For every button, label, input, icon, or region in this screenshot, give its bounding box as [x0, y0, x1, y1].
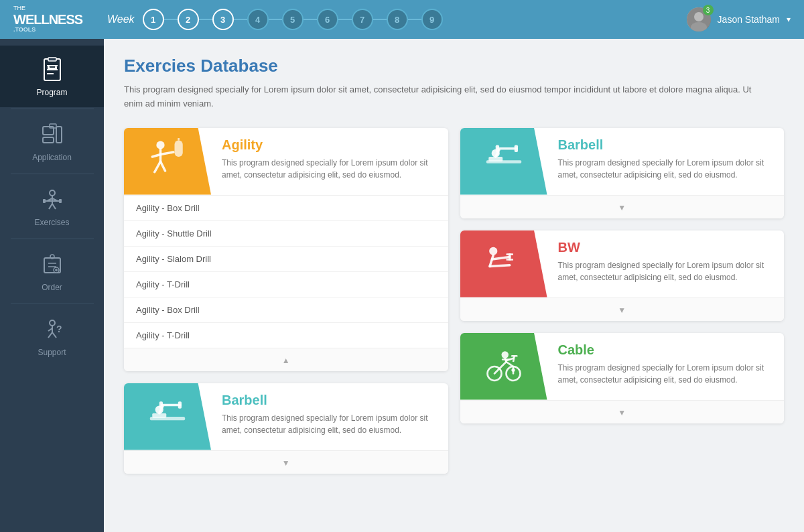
svg-rect-43	[175, 140, 183, 157]
sidebar-item-application[interactable]: Application	[0, 111, 104, 172]
agility-item-5[interactable]: Agility - Box Drill	[124, 297, 448, 323]
agility-title: Agility	[222, 137, 438, 153]
sidebar-item-support[interactable]: ? Support	[0, 306, 104, 367]
svg-point-76	[501, 351, 509, 358]
agility-item-4[interactable]: Agility - T-Drill	[124, 272, 448, 297]
svg-rect-4	[48, 58, 56, 61]
left-column: Agility This program designed specially …	[124, 128, 448, 474]
barbell-right-icon-area	[460, 128, 547, 195]
sidebar-item-support-label: Support	[38, 348, 66, 357]
svg-text:?: ?	[56, 324, 62, 334]
svg-rect-13	[56, 127, 62, 143]
bw-figure-icon	[480, 241, 527, 287]
content: Exercies Database This program designed …	[104, 39, 804, 532]
user-dropdown-arrow[interactable]: ▾	[787, 15, 791, 24]
cable-info: Cable This program designed specially fo…	[547, 333, 785, 400]
sidebar-item-exercises-label: Exercises	[34, 218, 69, 227]
sidebar-divider-3	[11, 239, 94, 239]
week-step-1[interactable]: 1	[143, 9, 164, 30]
sidebar-divider-4	[11, 304, 94, 304]
week-connector-6	[338, 19, 352, 20]
page-description: This program designed specially for Lore…	[124, 83, 767, 111]
logo-tools: .TOOLS	[13, 27, 107, 34]
barbell-right-info: Barbell This program designed specially …	[547, 128, 785, 195]
svg-point-59	[489, 247, 497, 255]
sidebar-item-program-label: Program	[36, 88, 67, 97]
week-nav: Week 1 2 3 4 5 6 7 8 9	[107, 9, 687, 30]
order-icon	[38, 251, 66, 279]
week-step-6[interactable]: 6	[317, 9, 338, 30]
cable-description: This program designed specially for Lore…	[558, 362, 774, 386]
card-cable: Cable This program designed specially fo…	[460, 333, 785, 423]
cable-expand-button[interactable]: ▼	[460, 400, 785, 423]
week-step-8[interactable]: 8	[387, 9, 408, 30]
week-step-2[interactable]: 2	[178, 9, 199, 30]
header-right: 3 Jason Statham ▾	[687, 7, 791, 31]
svg-line-60	[490, 255, 493, 266]
right-column: Barbell This program designed specially …	[460, 128, 785, 423]
card-cable-header[interactable]: Cable This program designed specially fo…	[460, 333, 785, 400]
sidebar-item-application-label: Application	[32, 153, 72, 162]
bw-expand-button[interactable]: ▼	[460, 297, 785, 321]
svg-line-68	[494, 362, 507, 374]
card-barbell-left-header[interactable]: Barbell This program designed specially …	[124, 383, 448, 450]
svg-rect-65	[506, 259, 513, 261]
barbell-left-info: Barbell This program designed specially …	[211, 383, 448, 450]
agility-item-1[interactable]: Agility - Box Drill	[124, 196, 448, 221]
agility-chevron-up-icon: ▲	[282, 356, 290, 365]
barbell-right-description: This program designed specially for Lore…	[558, 157, 774, 181]
barbell-left-description: This program designed specially for Lore…	[222, 412, 438, 436]
sidebar-item-order-label: Order	[42, 283, 62, 292]
week-step-7[interactable]: 7	[352, 9, 373, 30]
bw-icon-area	[460, 230, 547, 297]
agility-item-6[interactable]: Agility - T-Drill	[124, 323, 448, 348]
sidebar: Program Application	[0, 39, 104, 532]
card-agility: Agility This program designed specially …	[124, 128, 448, 371]
barbell-right-expand-button[interactable]: ▼	[460, 195, 785, 218]
cable-chevron-down-icon: ▼	[618, 408, 626, 417]
agility-collapse-button[interactable]: ▲	[124, 348, 448, 371]
sidebar-item-exercises[interactable]: Exercises	[0, 176, 104, 237]
agility-item-2[interactable]: Agility - Shuttle Drill	[124, 221, 448, 247]
cable-figure-icon	[480, 343, 527, 390]
agility-icon-area	[124, 128, 211, 195]
week-step-9[interactable]: 9	[421, 9, 443, 30]
main-layout: Program Application	[0, 39, 804, 532]
card-barbell-right: Barbell This program designed specially …	[460, 128, 785, 218]
week-connector-2	[199, 19, 212, 20]
svg-rect-23	[59, 199, 62, 203]
barbell-left-expand-button[interactable]: ▼	[124, 450, 448, 474]
user-name[interactable]: Jason Statham	[718, 14, 780, 25]
week-step-3[interactable]: 3	[212, 9, 234, 30]
week-connector-3	[234, 19, 247, 20]
sidebar-item-program[interactable]: Program	[0, 46, 104, 107]
card-agility-header[interactable]: Agility This program designed specially …	[124, 128, 448, 195]
svg-line-20	[52, 204, 56, 209]
svg-rect-22	[43, 199, 46, 203]
application-icon	[38, 121, 66, 149]
week-connector-1	[164, 19, 178, 20]
cable-icon-area	[460, 333, 547, 400]
agility-item-3[interactable]: Agility - Slalom Drill	[124, 247, 448, 272]
barbell-figure-icon-right	[480, 138, 527, 185]
svg-rect-12	[43, 137, 54, 143]
svg-rect-9	[48, 66, 50, 70]
cable-title: Cable	[558, 342, 774, 358]
svg-rect-8	[49, 68, 56, 69]
card-bw-header[interactable]: BW This program designed specially for L…	[460, 230, 785, 297]
barbell-right-title: Barbell	[558, 137, 774, 153]
card-barbell-left: Barbell This program designed specially …	[124, 383, 448, 474]
week-step-5[interactable]: 5	[282, 9, 304, 30]
week-connector-4	[269, 19, 282, 20]
sidebar-item-order[interactable]: Order	[0, 241, 104, 302]
svg-line-69	[506, 362, 513, 367]
card-barbell-right-header[interactable]: Barbell This program designed specially …	[460, 128, 785, 195]
svg-rect-64	[506, 253, 513, 255]
bw-title: BW	[558, 240, 774, 255]
program-icon	[38, 56, 66, 84]
exercise-cards-grid: Agility This program designed specially …	[124, 128, 784, 474]
logo: THE WELLNESS .TOOLS	[13, 5, 107, 34]
svg-rect-10	[55, 66, 57, 70]
week-step-4[interactable]: 4	[247, 9, 269, 30]
notification-badge: 3	[703, 5, 714, 15]
